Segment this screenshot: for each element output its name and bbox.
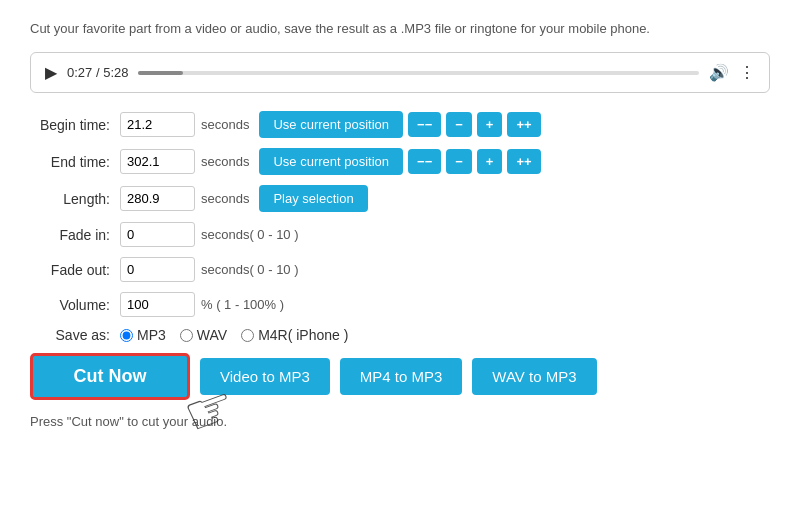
begin-increment2-button[interactable]: ++ xyxy=(507,112,540,137)
begin-decrement2-button[interactable]: −− xyxy=(408,112,441,137)
video-to-mp3-button[interactable]: Video to MP3 xyxy=(200,358,330,395)
volume-label: Volume: xyxy=(30,297,120,313)
end-increment1-button[interactable]: + xyxy=(477,149,503,174)
save-mp3-label: MP3 xyxy=(137,327,166,343)
fade-in-row: Fade in: seconds( 0 - 10 ) xyxy=(30,222,770,247)
save-wav-label: WAV xyxy=(197,327,227,343)
volume-input[interactable] xyxy=(120,292,195,317)
fade-out-unit: seconds( 0 - 10 ) xyxy=(195,262,299,277)
length-controls: Play selection xyxy=(259,185,367,212)
audio-player: ▶ 0:27 / 5:28 🔊 ⋮ xyxy=(30,52,770,93)
end-increment2-button[interactable]: ++ xyxy=(507,149,540,174)
save-options-group: MP3 WAV M4R( iPhone ) xyxy=(120,327,348,343)
fade-in-input[interactable] xyxy=(120,222,195,247)
begin-time-input[interactable] xyxy=(120,112,195,137)
press-note: Press "Cut now" to cut your audio. xyxy=(30,414,770,429)
end-use-current-button[interactable]: Use current position xyxy=(259,148,403,175)
length-row: Length: seconds Play selection xyxy=(30,185,770,212)
begin-time-controls: Use current position −− − + ++ xyxy=(259,111,540,138)
volume-row: Volume: % ( 1 - 100% ) xyxy=(30,292,770,317)
length-label: Length: xyxy=(30,191,120,207)
begin-use-current-button[interactable]: Use current position xyxy=(259,111,403,138)
end-time-unit: seconds xyxy=(195,154,249,169)
action-buttons-row: Cut Now Video to MP3 MP4 to MP3 WAV to M… xyxy=(30,353,770,400)
end-time-input[interactable] xyxy=(120,149,195,174)
end-time-controls: Use current position −− − + ++ xyxy=(259,148,540,175)
more-options-icon[interactable]: ⋮ xyxy=(739,63,755,82)
begin-time-label: Begin time: xyxy=(30,117,120,133)
begin-decrement1-button[interactable]: − xyxy=(446,112,472,137)
begin-time-unit: seconds xyxy=(195,117,249,132)
end-time-row: End time: seconds Use current position −… xyxy=(30,148,770,175)
cut-now-button[interactable]: Cut Now xyxy=(30,353,190,400)
fade-out-row: Fade out: seconds( 0 - 10 ) xyxy=(30,257,770,282)
save-wav-option[interactable]: WAV xyxy=(180,327,227,343)
fade-in-unit: seconds( 0 - 10 ) xyxy=(195,227,299,242)
save-m4r-label: M4R( iPhone ) xyxy=(258,327,348,343)
end-time-label: End time: xyxy=(30,154,120,170)
end-decrement2-button[interactable]: −− xyxy=(408,149,441,174)
play-selection-button[interactable]: Play selection xyxy=(259,185,367,212)
begin-increment1-button[interactable]: + xyxy=(477,112,503,137)
time-display: 0:27 / 5:28 xyxy=(67,65,128,80)
save-wav-radio[interactable] xyxy=(180,329,193,342)
fade-in-label: Fade in: xyxy=(30,227,120,243)
fade-out-input[interactable] xyxy=(120,257,195,282)
save-mp3-radio[interactable] xyxy=(120,329,133,342)
save-mp3-option[interactable]: MP3 xyxy=(120,327,166,343)
save-m4r-radio[interactable] xyxy=(241,329,254,342)
volume-unit: % ( 1 - 100% ) xyxy=(195,297,284,312)
progress-bar[interactable] xyxy=(138,71,699,75)
begin-time-row: Begin time: seconds Use current position… xyxy=(30,111,770,138)
save-as-label: Save as: xyxy=(30,327,120,343)
length-unit: seconds xyxy=(195,191,249,206)
save-m4r-option[interactable]: M4R( iPhone ) xyxy=(241,327,348,343)
fade-out-label: Fade out: xyxy=(30,262,120,278)
wav-to-mp3-button[interactable]: WAV to MP3 xyxy=(472,358,596,395)
play-button[interactable]: ▶ xyxy=(45,63,57,82)
end-decrement1-button[interactable]: − xyxy=(446,149,472,174)
mp4-to-mp3-button[interactable]: MP4 to MP3 xyxy=(340,358,463,395)
volume-icon[interactable]: 🔊 xyxy=(709,63,729,82)
save-as-row: Save as: MP3 WAV M4R( iPhone ) xyxy=(30,327,770,343)
length-input[interactable] xyxy=(120,186,195,211)
description-text: Cut your favorite part from a video or a… xyxy=(30,20,770,38)
progress-fill xyxy=(138,71,183,75)
